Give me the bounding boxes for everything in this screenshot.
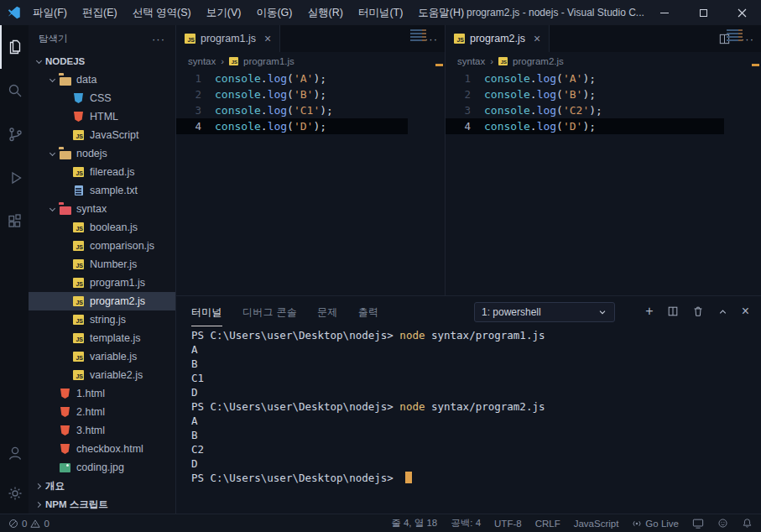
settings-icon[interactable] bbox=[0, 473, 29, 514]
overview-ruler-marker bbox=[752, 64, 759, 66]
run-debug-icon[interactable] bbox=[0, 156, 29, 200]
tree-item[interactable]: JSNumber.js bbox=[29, 255, 175, 274]
breadcrumb-file[interactable]: program2.js bbox=[513, 56, 564, 66]
notifications-bell-icon[interactable] bbox=[742, 518, 753, 529]
panel-actions: + × bbox=[645, 296, 749, 326]
tree-item[interactable]: JScomparison.js bbox=[29, 237, 175, 255]
encoding[interactable]: UTF-8 bbox=[494, 519, 522, 529]
feedback-icon[interactable] bbox=[717, 518, 728, 529]
tab-close-icon[interactable]: × bbox=[534, 33, 540, 44]
tree-item[interactable]: checkbox.html bbox=[29, 440, 175, 458]
tree-item[interactable]: JSstring.js bbox=[29, 310, 175, 329]
css-file-icon bbox=[74, 93, 83, 103]
tree-item[interactable]: JSfileread.js bbox=[29, 163, 175, 181]
minimap[interactable] bbox=[410, 29, 432, 43]
panel-tab[interactable]: 디버그 콘솔 bbox=[242, 297, 297, 326]
close-panel-icon[interactable]: × bbox=[742, 305, 749, 318]
tree-item[interactable]: sample.txt bbox=[29, 181, 175, 200]
menu-item[interactable]: 도움말(H) bbox=[410, 0, 472, 25]
tree-item[interactable]: JSJavaScript bbox=[29, 126, 175, 144]
minimize-button[interactable] bbox=[645, 0, 684, 25]
breadcrumb[interactable]: syntax › JS program2.js bbox=[446, 52, 761, 70]
js-file-icon: JS bbox=[73, 222, 84, 232]
search-icon[interactable] bbox=[0, 69, 29, 112]
cursor-position[interactable]: 줄 4, 열 18 bbox=[391, 517, 437, 529]
tree-item[interactable]: syntax bbox=[29, 200, 175, 218]
tree-item[interactable]: coding.jpg bbox=[29, 458, 175, 477]
code-editor[interactable]: 1console.log('A');2console.log('B');3con… bbox=[446, 70, 761, 295]
tree-item[interactable]: 개요 bbox=[29, 477, 175, 495]
panel-tab[interactable]: 터미널 bbox=[191, 297, 222, 326]
menu-item[interactable]: 파일(F) bbox=[25, 0, 75, 25]
tree-item[interactable]: 1.html bbox=[29, 384, 175, 403]
code-line[interactable]: 4console.log('D'); bbox=[446, 118, 724, 134]
shell-selector[interactable]: 1: powershell bbox=[474, 302, 615, 322]
tree-item[interactable]: nodejs bbox=[29, 144, 175, 163]
code-line[interactable]: 2console.log('B'); bbox=[446, 86, 724, 102]
line-number: 2 bbox=[446, 88, 484, 101]
eol-sequence[interactable]: CRLF bbox=[535, 519, 560, 529]
tree-item[interactable]: 3.html bbox=[29, 421, 175, 440]
tree-item[interactable]: JSvariable.js bbox=[29, 347, 175, 366]
explorer-icon[interactable] bbox=[0, 25, 29, 69]
code-line[interactable]: 2console.log('B'); bbox=[176, 86, 408, 102]
maximize-button[interactable] bbox=[684, 0, 722, 25]
code-line[interactable]: 4console.log('D'); bbox=[176, 118, 408, 134]
code-editor[interactable]: 1console.log('A');2console.log('B');3con… bbox=[176, 70, 445, 295]
js-file-icon: JS bbox=[185, 34, 195, 44]
problems-indicator[interactable]: 0 0 bbox=[8, 519, 50, 529]
extensions-icon[interactable] bbox=[0, 200, 29, 243]
tree-item[interactable]: 2.html bbox=[29, 403, 175, 421]
kill-terminal-trash-icon[interactable] bbox=[692, 305, 704, 317]
panel-tab[interactable]: 출력 bbox=[358, 297, 379, 326]
menu-item[interactable]: 보기(V) bbox=[199, 0, 249, 25]
tree-item[interactable]: JSboolean.js bbox=[29, 218, 175, 237]
editor-area: JS program1.js × ··· syntax › JS program… bbox=[176, 25, 761, 295]
tree-item-label: NODEJS bbox=[45, 56, 85, 66]
code-line[interactable]: 1console.log('A'); bbox=[446, 70, 724, 86]
js-file-icon: JS bbox=[498, 57, 508, 65]
terminal-output[interactable]: PS C:\Users\user\Desktop\nodejs> node sy… bbox=[191, 328, 754, 510]
tree-item[interactable]: NPM 스크립트 bbox=[29, 495, 175, 514]
account-icon[interactable] bbox=[0, 433, 29, 473]
terminal-line: B bbox=[191, 357, 754, 371]
breadcrumb-folder[interactable]: syntax bbox=[457, 56, 485, 66]
sidebar-more-actions-icon[interactable]: ··· bbox=[152, 33, 165, 45]
tab-program1[interactable]: JS program1.js × bbox=[176, 25, 280, 52]
tree-item[interactable]: JSvariable2.js bbox=[29, 366, 175, 384]
terminal-output-text: B bbox=[191, 429, 198, 441]
code-line[interactable]: 3console.log('C1'); bbox=[176, 102, 408, 118]
tab-close-icon[interactable]: × bbox=[264, 33, 271, 44]
breadcrumb-file[interactable]: program1.js bbox=[243, 56, 294, 66]
minimap[interactable] bbox=[727, 29, 748, 43]
panel-tab[interactable]: 문제 bbox=[317, 297, 338, 326]
menu-item[interactable]: 터미널(T) bbox=[351, 0, 410, 25]
tree-item[interactable]: JStemplate.js bbox=[29, 329, 175, 347]
tree-item[interactable]: HTML bbox=[29, 107, 175, 126]
tree-item[interactable]: JSprogram2.js bbox=[29, 292, 175, 310]
source-control-icon[interactable] bbox=[0, 112, 29, 156]
menu-item[interactable]: 선택 영역(S) bbox=[125, 0, 199, 25]
menu-item[interactable]: 실행(R) bbox=[300, 0, 351, 25]
split-terminal-icon[interactable] bbox=[667, 305, 679, 317]
indentation[interactable]: 공백: 4 bbox=[451, 517, 481, 529]
new-terminal-icon[interactable]: + bbox=[645, 305, 653, 318]
language-mode[interactable]: JavaScript bbox=[574, 519, 619, 529]
tree-item[interactable]: data bbox=[29, 70, 175, 89]
breadcrumb[interactable]: syntax › JS program1.js bbox=[176, 52, 445, 70]
chevron-down-icon bbox=[45, 208, 59, 211]
menu-item[interactable]: 편집(E) bbox=[75, 0, 125, 25]
code-line[interactable]: 1console.log('A'); bbox=[176, 70, 408, 86]
close-button[interactable] bbox=[722, 0, 761, 25]
menu-item[interactable]: 이동(G) bbox=[248, 0, 300, 25]
tree-item-label: 개요 bbox=[45, 480, 65, 493]
tree-item[interactable]: JSprogram1.js bbox=[29, 274, 175, 292]
maximize-panel-chevron-up-icon[interactable] bbox=[717, 306, 728, 317]
breadcrumb-folder[interactable]: syntax bbox=[188, 56, 216, 66]
screencast-icon[interactable] bbox=[692, 518, 704, 529]
tree-item[interactable]: CSS bbox=[29, 89, 175, 107]
tab-program2[interactable]: JS program2.js × bbox=[446, 25, 550, 52]
code-line[interactable]: 3console.log('C2'); bbox=[446, 102, 724, 118]
go-live-button[interactable]: Go Live bbox=[632, 519, 679, 529]
tree-item[interactable]: NODEJS bbox=[29, 52, 175, 70]
